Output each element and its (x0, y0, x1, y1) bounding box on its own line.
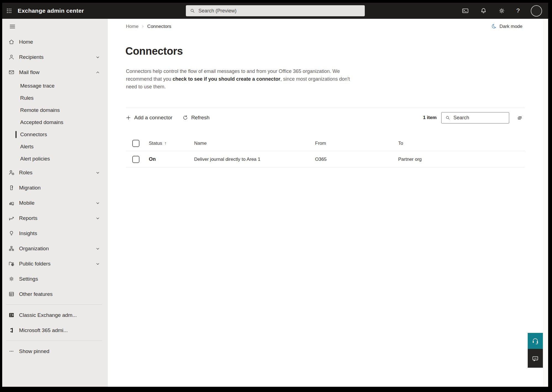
sidebar-item-public-folders[interactable]: Public folders (2, 256, 108, 271)
headset-icon (532, 337, 539, 345)
topbar: Exchange admin center Search (Preview) ? (2, 3, 548, 19)
sidebar-nav: HomeRecipientsMail flowMessage traceRule… (2, 34, 108, 387)
mobile-icon (8, 200, 15, 206)
public-folders-icon (8, 261, 15, 267)
sidebar-item-label: Alert policies (20, 156, 50, 162)
sidebar-item-roles[interactable]: Roles (2, 165, 108, 180)
sidebar-item-show-pinned[interactable]: Show pinned (2, 344, 108, 359)
sidebar-item-alert-policies[interactable]: Alert policies (2, 153, 108, 165)
refresh-button[interactable]: Refresh (182, 115, 210, 121)
sidebar-item-accepted-domains[interactable]: Accepted domains (2, 116, 108, 128)
ellipsis-icon (8, 348, 15, 354)
cell-to: Partner org (398, 157, 525, 162)
row-checkbox[interactable] (132, 156, 139, 163)
sidebar-item-microsoft-365-admi[interactable]: Microsoft 365 admi... (2, 323, 108, 338)
sidebar-item-label: Accepted domains (20, 119, 63, 125)
breadcrumb-current[interactable]: Connectors (147, 24, 171, 29)
sidebar: HomeRecipientsMail flowMessage traceRule… (2, 19, 108, 387)
sidebar-item-label: Settings (19, 276, 38, 282)
select-all-checkbox[interactable] (132, 140, 139, 147)
app-title: Exchange admin center (18, 7, 84, 14)
sidebar-item-label: Roles (19, 170, 33, 176)
hamburger-icon[interactable] (9, 23, 16, 30)
support-button[interactable] (528, 333, 543, 349)
topbar-actions: ? (462, 5, 548, 17)
sidebar-item-connectors[interactable]: Connectors (2, 128, 108, 141)
m365-logo-icon (8, 327, 15, 333)
sidebar-item-home[interactable]: Home (2, 34, 108, 49)
sidebar-item-label: Classic Exchange adm... (19, 312, 77, 318)
sidebar-item-settings[interactable]: Settings (2, 271, 108, 286)
sidebar-item-message-trace[interactable]: Message trace (2, 80, 108, 92)
sidebar-divider (6, 304, 102, 305)
chat-icon (532, 355, 539, 362)
description-link[interactable]: check to see if you should create a conn… (173, 76, 280, 82)
table-search-input[interactable]: Search (441, 112, 509, 123)
add-connector-button[interactable]: Add a connector (125, 115, 172, 121)
refresh-icon (182, 115, 188, 121)
sidebar-item-label: Rules (20, 95, 34, 101)
sidebar-item-label: Alerts (20, 144, 34, 150)
content: Home Connectors Dark mode Connectors Con… (108, 19, 548, 387)
filter-icon[interactable] (516, 114, 524, 122)
sidebar-item-reports[interactable]: Reports (2, 211, 108, 226)
sidebar-item-label: Recipients (19, 54, 44, 60)
gear-icon (8, 276, 15, 282)
dark-mode-toggle[interactable]: Dark mode (491, 23, 522, 29)
sidebar-item-insights[interactable]: Insights (2, 226, 108, 241)
sidebar-divider (6, 341, 102, 341)
sidebar-item-other-features[interactable]: Other features (2, 286, 108, 302)
scrollbar-track[interactable] (543, 19, 548, 387)
roles-icon (8, 169, 15, 176)
exchange-logo-icon (8, 312, 15, 318)
column-header-status[interactable]: Status (149, 141, 162, 146)
sidebar-item-migration[interactable]: Migration (2, 180, 108, 195)
sidebar-item-label: Organization (19, 246, 49, 252)
feedback-button[interactable] (528, 349, 543, 368)
app-launcher-button[interactable] (2, 3, 16, 19)
global-search-input[interactable]: Search (Preview) (186, 5, 365, 16)
sidebar-item-label: Insights (19, 230, 37, 236)
sidebar-item-remote-domains[interactable]: Remote domains (2, 104, 108, 116)
sidebar-item-label: Show pinned (19, 348, 49, 354)
terminal-icon[interactable] (462, 7, 469, 14)
sidebar-item-label: Connectors (20, 131, 47, 138)
floating-help-buttons (528, 333, 543, 368)
column-header-name[interactable]: Name (194, 141, 315, 146)
cell-from: O365 (315, 157, 398, 162)
home-icon (8, 39, 15, 45)
migration-icon (8, 185, 15, 191)
search-icon (190, 8, 195, 14)
avatar[interactable] (531, 5, 542, 17)
sidebar-item-recipients[interactable]: Recipients (2, 49, 108, 65)
breadcrumb-home[interactable]: Home (126, 24, 138, 29)
refresh-label: Refresh (191, 115, 210, 121)
sidebar-item-organization[interactable]: Organization (2, 241, 108, 256)
exchange-admin-app: Exchange admin center Search (Preview) ?… (2, 3, 548, 387)
column-header-from[interactable]: From (315, 141, 398, 146)
chevron-up-icon (95, 70, 101, 75)
sidebar-item-rules[interactable]: Rules (2, 92, 108, 104)
sidebar-item-label: Migration (19, 185, 41, 191)
column-header-to[interactable]: To (398, 141, 525, 146)
main-area: HomeRecipientsMail flowMessage traceRule… (2, 19, 548, 387)
person-icon (8, 54, 15, 60)
sidebar-item-label: Mail flow (19, 69, 39, 75)
gear-icon[interactable] (498, 7, 505, 14)
cell-name[interactable]: Deliver journal directly to Area 1 (194, 157, 315, 162)
sidebar-item-label: Reports (19, 215, 38, 221)
sort-ascending-icon[interactable]: ↑ (164, 141, 167, 146)
table-body: OnDeliver journal directly to Area 1O365… (126, 151, 525, 168)
sidebar-item-classic-exchange-adm[interactable]: Classic Exchange adm... (2, 307, 108, 323)
selected-indicator (15, 131, 17, 138)
sidebar-header (2, 19, 108, 34)
sidebar-item-mobile[interactable]: Mobile (2, 195, 108, 211)
help-icon[interactable]: ? (516, 7, 520, 14)
sidebar-item-label: Remote domains (20, 107, 60, 113)
table-row[interactable]: OnDeliver journal directly to Area 1O365… (126, 151, 525, 168)
bell-icon[interactable] (480, 7, 487, 14)
table-search-placeholder: Search (453, 115, 469, 121)
sidebar-item-mail-flow[interactable]: Mail flow (2, 65, 108, 80)
sidebar-item-alerts[interactable]: Alerts (2, 141, 108, 153)
item-count: 1 item (423, 115, 437, 120)
